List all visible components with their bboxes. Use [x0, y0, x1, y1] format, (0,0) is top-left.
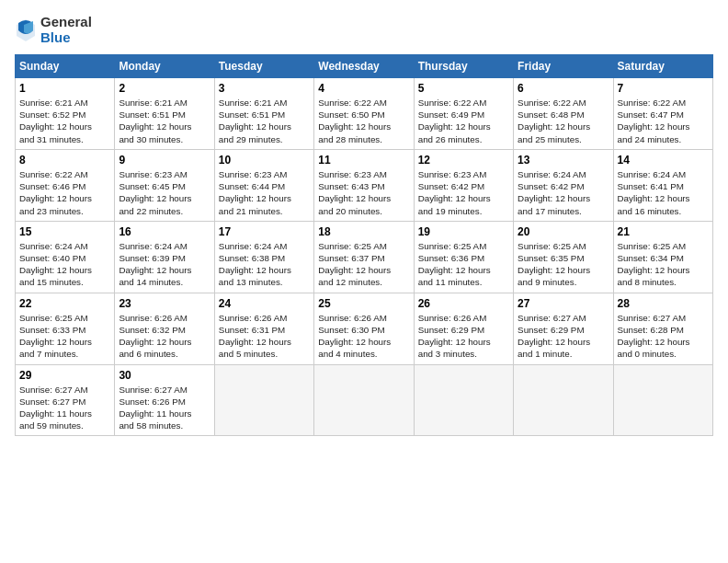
logo-text-block: General Blue [40, 15, 92, 45]
day-info: Sunrise: 6:22 AM Sunset: 6:50 PM Dayligh… [318, 97, 409, 145]
day-cell: 26Sunrise: 6:26 AM Sunset: 6:29 PM Dayli… [414, 293, 513, 364]
day-info: Sunrise: 6:22 AM Sunset: 6:47 PM Dayligh… [618, 97, 709, 145]
day-info: Sunrise: 6:24 AM Sunset: 6:39 PM Dayligh… [119, 240, 210, 289]
day-cell: 28Sunrise: 6:27 AM Sunset: 6:28 PM Dayli… [613, 293, 712, 364]
day-cell: 2Sunrise: 6:21 AM Sunset: 6:51 PM Daylig… [115, 78, 214, 150]
day-number: 5 [418, 82, 509, 95]
day-number: 9 [119, 154, 210, 167]
col-thursday: Thursday [414, 55, 513, 78]
day-info: Sunrise: 6:26 AM Sunset: 6:31 PM Dayligh… [219, 312, 310, 361]
day-info: Sunrise: 6:21 AM Sunset: 6:51 PM Dayligh… [119, 97, 210, 145]
day-number: 16 [119, 225, 210, 238]
day-number: 8 [19, 154, 110, 167]
day-info: Sunrise: 6:22 AM Sunset: 6:48 PM Dayligh… [518, 97, 609, 145]
day-info: Sunrise: 6:24 AM Sunset: 6:41 PM Dayligh… [618, 168, 709, 217]
day-info: Sunrise: 6:24 AM Sunset: 6:42 PM Dayligh… [518, 168, 609, 217]
day-info: Sunrise: 6:21 AM Sunset: 6:51 PM Dayligh… [219, 97, 310, 145]
day-info: Sunrise: 6:25 AM Sunset: 6:33 PM Dayligh… [19, 312, 110, 361]
day-cell: 8Sunrise: 6:22 AM Sunset: 6:46 PM Daylig… [16, 149, 115, 221]
week-row-5: 29Sunrise: 6:27 AM Sunset: 6:27 PM Dayli… [16, 364, 713, 436]
day-number: 13 [518, 154, 609, 167]
logo-general: General [40, 14, 92, 29]
day-cell: 21Sunrise: 6:25 AM Sunset: 6:34 PM Dayli… [613, 221, 712, 293]
day-number: 4 [318, 82, 409, 95]
day-info: Sunrise: 6:27 AM Sunset: 6:29 PM Dayligh… [518, 312, 609, 361]
calendar-table: Sunday Monday Tuesday Wednesday Thursday… [15, 54, 713, 436]
day-info: Sunrise: 6:26 AM Sunset: 6:29 PM Dayligh… [418, 312, 509, 361]
day-number: 21 [618, 225, 709, 238]
day-number: 18 [318, 225, 409, 238]
day-info: Sunrise: 6:23 AM Sunset: 6:43 PM Dayligh… [318, 168, 409, 217]
day-cell: 22Sunrise: 6:25 AM Sunset: 6:33 PM Dayli… [16, 293, 115, 364]
day-number: 30 [119, 369, 210, 382]
day-cell: 9Sunrise: 6:23 AM Sunset: 6:45 PM Daylig… [115, 149, 214, 221]
day-cell: 13Sunrise: 6:24 AM Sunset: 6:42 PM Dayli… [514, 149, 613, 221]
day-cell: 1Sunrise: 6:21 AM Sunset: 6:52 PM Daylig… [16, 78, 115, 150]
header: General Blue [15, 15, 713, 45]
day-number: 2 [119, 82, 210, 95]
day-number: 10 [219, 154, 310, 167]
day-number: 15 [19, 225, 110, 238]
day-number: 25 [318, 297, 409, 310]
col-tuesday: Tuesday [214, 55, 313, 78]
page-container: General Blue Sunday Monday Tuesday Wedne… [0, 0, 728, 443]
day-cell: 11Sunrise: 6:23 AM Sunset: 6:43 PM Dayli… [314, 149, 414, 221]
day-number: 1 [19, 82, 110, 95]
day-cell [514, 364, 613, 436]
day-number: 3 [219, 82, 310, 95]
day-cell: 15Sunrise: 6:24 AM Sunset: 6:40 PM Dayli… [16, 221, 115, 293]
day-cell [214, 364, 313, 436]
day-info: Sunrise: 6:26 AM Sunset: 6:30 PM Dayligh… [318, 312, 409, 361]
day-info: Sunrise: 6:24 AM Sunset: 6:40 PM Dayligh… [19, 240, 110, 289]
day-cell: 25Sunrise: 6:26 AM Sunset: 6:30 PM Dayli… [314, 293, 414, 364]
day-info: Sunrise: 6:23 AM Sunset: 6:44 PM Dayligh… [219, 168, 310, 217]
header-row: Sunday Monday Tuesday Wednesday Thursday… [16, 55, 713, 78]
day-cell [414, 364, 513, 436]
day-cell: 29Sunrise: 6:27 AM Sunset: 6:27 PM Dayli… [16, 364, 115, 436]
day-info: Sunrise: 6:24 AM Sunset: 6:38 PM Dayligh… [219, 240, 310, 289]
day-number: 17 [219, 225, 310, 238]
day-cell: 4Sunrise: 6:22 AM Sunset: 6:50 PM Daylig… [314, 78, 414, 150]
col-monday: Monday [115, 55, 214, 78]
col-wednesday: Wednesday [314, 55, 414, 78]
day-info: Sunrise: 6:23 AM Sunset: 6:45 PM Dayligh… [119, 168, 210, 217]
day-info: Sunrise: 6:25 AM Sunset: 6:37 PM Dayligh… [318, 240, 409, 289]
day-number: 19 [418, 225, 509, 238]
day-info: Sunrise: 6:22 AM Sunset: 6:46 PM Dayligh… [19, 168, 110, 217]
day-number: 29 [19, 369, 110, 382]
day-info: Sunrise: 6:25 AM Sunset: 6:36 PM Dayligh… [418, 240, 509, 289]
week-row-2: 8Sunrise: 6:22 AM Sunset: 6:46 PM Daylig… [16, 149, 713, 221]
day-cell: 16Sunrise: 6:24 AM Sunset: 6:39 PM Dayli… [115, 221, 214, 293]
day-number: 23 [119, 297, 210, 310]
day-cell [613, 364, 712, 436]
day-info: Sunrise: 6:23 AM Sunset: 6:42 PM Dayligh… [418, 168, 509, 217]
logo-blue: Blue [40, 29, 71, 45]
day-cell: 5Sunrise: 6:22 AM Sunset: 6:49 PM Daylig… [414, 78, 513, 150]
day-number: 7 [618, 82, 709, 95]
day-number: 6 [518, 82, 609, 95]
day-cell: 18Sunrise: 6:25 AM Sunset: 6:37 PM Dayli… [314, 221, 414, 293]
day-info: Sunrise: 6:26 AM Sunset: 6:32 PM Dayligh… [119, 312, 210, 361]
day-info: Sunrise: 6:22 AM Sunset: 6:49 PM Dayligh… [418, 97, 509, 145]
day-number: 28 [618, 297, 709, 310]
week-row-1: 1Sunrise: 6:21 AM Sunset: 6:52 PM Daylig… [16, 78, 713, 150]
day-cell: 12Sunrise: 6:23 AM Sunset: 6:42 PM Dayli… [414, 149, 513, 221]
day-number: 14 [618, 154, 709, 167]
logo: General Blue [15, 15, 92, 45]
day-info: Sunrise: 6:27 AM Sunset: 6:28 PM Dayligh… [618, 312, 709, 361]
day-info: Sunrise: 6:21 AM Sunset: 6:52 PM Dayligh… [19, 97, 110, 145]
day-cell: 17Sunrise: 6:24 AM Sunset: 6:38 PM Dayli… [214, 221, 313, 293]
col-saturday: Saturday [613, 55, 712, 78]
week-row-3: 15Sunrise: 6:24 AM Sunset: 6:40 PM Dayli… [16, 221, 713, 293]
day-cell: 23Sunrise: 6:26 AM Sunset: 6:32 PM Dayli… [115, 293, 214, 364]
day-cell: 24Sunrise: 6:26 AM Sunset: 6:31 PM Dayli… [214, 293, 313, 364]
day-cell [314, 364, 414, 436]
day-number: 20 [518, 225, 609, 238]
week-row-4: 22Sunrise: 6:25 AM Sunset: 6:33 PM Dayli… [16, 293, 713, 364]
day-cell: 10Sunrise: 6:23 AM Sunset: 6:44 PM Dayli… [214, 149, 313, 221]
col-friday: Friday [514, 55, 613, 78]
col-sunday: Sunday [16, 55, 115, 78]
day-cell: 6Sunrise: 6:22 AM Sunset: 6:48 PM Daylig… [514, 78, 613, 150]
day-cell: 20Sunrise: 6:25 AM Sunset: 6:35 PM Dayli… [514, 221, 613, 293]
day-number: 26 [418, 297, 509, 310]
